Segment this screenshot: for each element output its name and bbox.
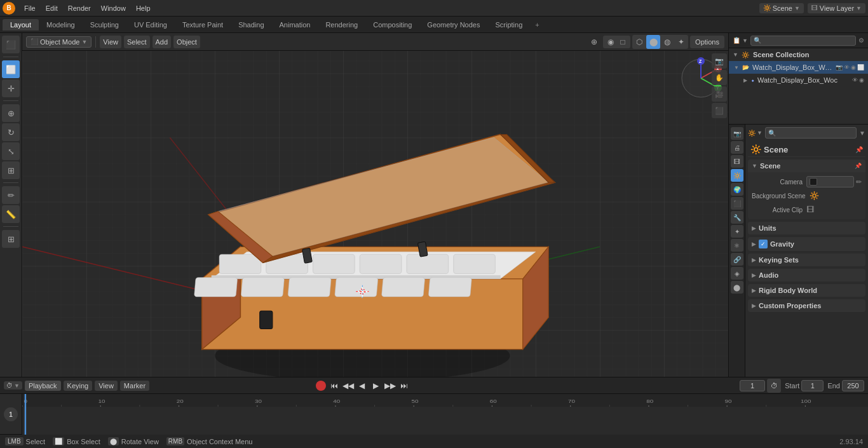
gizmo-toggle[interactable]: ⊕ [587, 35, 601, 49]
wireframe-btn[interactable]: ⬡ [632, 35, 646, 49]
props-scene-icon[interactable]: 🔆 [731, 169, 743, 182]
skip-end-btn[interactable]: ⏭ [398, 380, 410, 391]
camera-lock-btn[interactable]: 🎥 [712, 86, 727, 102]
menu-render[interactable]: Render [63, 3, 96, 13]
menu-file[interactable]: File [19, 3, 41, 13]
rigid-body-header[interactable]: ▶ Rigid Body World [748, 284, 865, 297]
scale-btn[interactable]: ⤡ [2, 142, 20, 160]
overlay-btn[interactable]: ◉ [605, 36, 616, 48]
cursor-btn[interactable]: ✛ [2, 79, 20, 97]
props-filter-icon[interactable]: ▼ [859, 130, 865, 137]
menu-edit[interactable]: Edit [41, 3, 63, 13]
add-workspace-tab[interactable]: + [530, 19, 544, 31]
outliner-item-1[interactable]: ▶ ⬥ Watch_Display_Box_Woc 👁 ◉ [729, 74, 868, 86]
props-render-icon[interactable]: 📷 [731, 127, 743, 140]
solid-btn[interactable]: ⬤ [646, 35, 660, 49]
end-frame-input[interactable] [842, 380, 864, 391]
custom-props-header[interactable]: ▶ Custom Properties [748, 299, 865, 312]
item-0-render-icon[interactable]: ◉ [851, 64, 856, 71]
view-btn[interactable]: View [95, 381, 118, 391]
marker-btn[interactable]: Marker [120, 381, 149, 391]
add-object-btn[interactable]: ⊞ [2, 230, 20, 248]
tab-texture-paint[interactable]: Texture Paint [175, 19, 231, 31]
item-0-camera-icon[interactable]: 📷 [836, 64, 843, 71]
props-particles-icon[interactable]: ✦ [731, 225, 743, 238]
item-0-eye-icon[interactable]: 👁 [844, 64, 850, 71]
frame-number-display[interactable]: 1 [4, 407, 18, 421]
outliner-search[interactable] [750, 36, 856, 46]
xray-btn[interactable]: □ [617, 36, 628, 48]
keying-sets-header[interactable]: ▶ Keying Sets [748, 254, 865, 266]
scene-selector[interactable]: 🔆 Scene ▼ [759, 3, 804, 13]
editor-type-btn[interactable]: ⬛ [2, 36, 20, 53]
scene-section-header[interactable]: ▼ Scene 📌 [748, 160, 865, 172]
item-1-expand[interactable]: ▶ [742, 78, 749, 83]
units-section-header[interactable]: ▶ Units [748, 222, 865, 234]
select-box-btn[interactable]: ⬜ [2, 60, 20, 78]
scene-section-pin[interactable]: 📌 [855, 163, 862, 169]
props-world-icon[interactable]: 🌍 [731, 183, 743, 196]
options-btn[interactable]: Options [690, 36, 724, 48]
timer-btn[interactable]: ⏱ [767, 379, 781, 393]
tab-modeling[interactable]: Modeling [39, 19, 83, 31]
props-viewlayer-icon[interactable]: 🎞 [731, 155, 743, 168]
current-frame-input[interactable] [740, 380, 765, 391]
tab-uv-editing[interactable]: UV Editing [126, 19, 175, 31]
tab-rendering[interactable]: Rendering [318, 19, 365, 31]
props-editor-type[interactable]: 🔆 ▼ [748, 130, 763, 137]
outliner-item-0[interactable]: ▼ 📂 Watch_Display_Box_Wooden 📷 👁 ◉ ⬜ [729, 61, 868, 74]
step-forward-btn[interactable]: ▶▶ [384, 380, 396, 391]
camera-pencil-icon[interactable]: ✏ [856, 178, 862, 186]
object-mode-selector[interactable]: ⬛ Object Mode ▼ [26, 36, 92, 48]
audio-header[interactable]: ▶ Audio [748, 269, 865, 282]
skip-start-btn[interactable]: ⏮ [329, 380, 340, 391]
measure-btn[interactable]: 📏 [2, 205, 20, 223]
select-menu-btn[interactable]: Select [124, 36, 150, 48]
props-search[interactable] [765, 127, 857, 139]
menu-window[interactable]: Window [96, 3, 131, 13]
add-menu-btn[interactable]: Add [153, 36, 172, 48]
tab-geometry-nodes[interactable]: Geometry Nodes [419, 19, 487, 31]
camera-field-input[interactable] [806, 176, 854, 187]
props-physics-icon[interactable]: ⚛ [731, 239, 743, 252]
rendered-btn[interactable]: ✦ [674, 35, 688, 49]
record-btn[interactable] [316, 381, 326, 391]
start-frame-input[interactable] [801, 380, 824, 391]
tab-shading[interactable]: Shading [231, 19, 271, 31]
material-preview-btn[interactable]: ◍ [660, 35, 674, 49]
collection-expand-icon[interactable] [733, 51, 738, 58]
view-layer-selector[interactable]: 🎞 View Layer ▼ [808, 3, 865, 13]
item-1-eye-icon[interactable]: 👁 [852, 77, 858, 83]
transform-btn[interactable]: ⊞ [2, 161, 20, 179]
step-back-btn[interactable]: ◀◀ [342, 380, 354, 391]
gravity-section-header[interactable]: ▶ ✓ Gravity [748, 237, 865, 251]
timeline-editor-type[interactable]: ⏱ ▼ [4, 381, 22, 390]
tab-layout[interactable]: Layout [3, 19, 39, 31]
timeline-track[interactable]: 0 10 20 30 40 50 60 70 80 90 1 [22, 394, 868, 435]
gravity-checkbox[interactable]: ✓ [759, 240, 768, 248]
props-output-icon[interactable]: 🖨 [731, 141, 743, 154]
scene-pin-icon[interactable]: 📌 [855, 146, 863, 153]
tab-animation[interactable]: Animation [272, 19, 318, 31]
tab-scripting[interactable]: Scripting [487, 19, 530, 31]
object-menu-btn[interactable]: Object [173, 36, 200, 48]
menu-help[interactable]: Help [131, 3, 156, 13]
props-data-icon[interactable]: ◈ [731, 267, 743, 280]
annotate-btn[interactable]: ✏ [2, 186, 20, 204]
props-modifier-icon[interactable]: 🔧 [731, 211, 743, 224]
props-object-icon[interactable]: ⬛ [731, 197, 743, 210]
keying-btn[interactable]: Keying [64, 381, 93, 391]
rotate-btn[interactable]: ↻ [2, 123, 20, 141]
outliner-filter-btn[interactable]: ⚙ [858, 37, 864, 44]
view-menu-btn[interactable]: View [100, 36, 121, 48]
props-material-icon[interactable]: ⬤ [731, 281, 743, 294]
render-region-btn[interactable]: ⬛ [712, 103, 727, 118]
props-constraints-icon[interactable]: 🔗 [731, 253, 743, 266]
tab-sculpting[interactable]: Sculpting [83, 19, 126, 31]
bg-scene-icon[interactable]: 🔆 [810, 191, 819, 200]
play-reverse-btn[interactable]: ◀ [356, 380, 368, 391]
item-0-select-icon[interactable]: ⬜ [857, 64, 864, 71]
play-btn[interactable]: ▶ [370, 380, 382, 391]
item-1-render-icon[interactable]: ◉ [859, 77, 864, 83]
active-clip-icon[interactable]: 🎞 [806, 205, 814, 214]
